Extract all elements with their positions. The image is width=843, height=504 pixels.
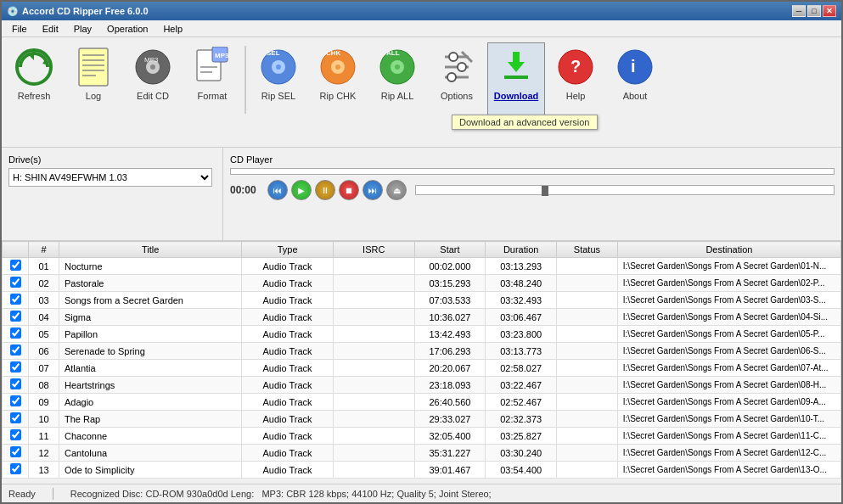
row-status-2 bbox=[557, 292, 618, 309]
toolbar-help-button[interactable]: ? Help bbox=[547, 42, 604, 119]
row-duration-4: 03:23.800 bbox=[486, 326, 557, 343]
row-isrc-5 bbox=[333, 343, 414, 360]
row-start-6: 20:20.067 bbox=[414, 360, 486, 377]
row-status-1 bbox=[557, 275, 618, 292]
row-check-4[interactable] bbox=[3, 326, 29, 343]
row-title-5: Serenade to Spring bbox=[59, 343, 241, 360]
app-icon: 💿 bbox=[7, 6, 19, 17]
row-type-2: Audio Track bbox=[242, 292, 334, 309]
track-checkbox-7[interactable] bbox=[10, 378, 21, 389]
menu-operation[interactable]: Operation bbox=[100, 22, 155, 36]
track-checkbox-4[interactable] bbox=[10, 328, 21, 339]
col-header-num: # bbox=[29, 242, 59, 258]
track-checkbox-12[interactable] bbox=[10, 463, 21, 474]
row-check-10[interactable] bbox=[3, 428, 29, 445]
col-header-status: Status bbox=[557, 242, 618, 258]
row-check-6[interactable] bbox=[3, 360, 29, 377]
col-header-duration: Duration bbox=[486, 242, 557, 258]
row-title-12: Ode to Simplicity bbox=[59, 462, 241, 479]
svg-text:?: ? bbox=[570, 57, 581, 76]
toolbar-format-button[interactable]: MP3 Format bbox=[183, 42, 241, 119]
table-row: 13 Ode to Simplicity Audio Track 39:01.4… bbox=[3, 462, 841, 479]
maximize-button[interactable]: □ bbox=[807, 5, 821, 17]
toolbar-editcd-button[interactable]: MP3 Edit CD bbox=[124, 42, 182, 119]
row-duration-7: 03:22.467 bbox=[486, 377, 557, 394]
row-check-5[interactable] bbox=[3, 343, 29, 360]
row-dest-3: I:\Secret Garden\Songs From A Secret Gar… bbox=[617, 309, 840, 326]
volume-slider[interactable] bbox=[415, 185, 835, 195]
track-checkbox-6[interactable] bbox=[10, 361, 21, 372]
ripsel-label: Rip SEL bbox=[261, 91, 295, 101]
toolbar-ripall-button[interactable]: ALL Rip ALL bbox=[368, 42, 426, 119]
row-dest-6: I:\Secret Garden\Songs From A Secret Gar… bbox=[617, 360, 840, 377]
row-duration-2: 03:32.493 bbox=[486, 292, 557, 309]
play-button[interactable]: ▶ bbox=[291, 180, 312, 200]
track-checkbox-9[interactable] bbox=[10, 412, 21, 423]
table-row: 04 Sigma Audio Track 10:36.027 03:06.467… bbox=[3, 309, 841, 326]
toolbar-ripsel-button[interactable]: SEL Rip SEL bbox=[250, 42, 307, 119]
drive-select[interactable]: H: SHIN AV49EFWHM 1.03 bbox=[8, 168, 212, 187]
fast-forward-button[interactable]: ⏭ bbox=[362, 180, 383, 200]
col-header-type: Type bbox=[242, 242, 334, 258]
track-checkbox-10[interactable] bbox=[10, 429, 21, 440]
close-button[interactable]: ✕ bbox=[823, 5, 836, 17]
row-type-3: Audio Track bbox=[242, 309, 334, 326]
row-check-11[interactable] bbox=[3, 445, 29, 462]
track-checkbox-1[interactable] bbox=[10, 277, 21, 288]
minimize-button[interactable]: ─ bbox=[792, 5, 806, 17]
svg-point-9 bbox=[150, 64, 155, 70]
track-tbody: 01 Nocturne Audio Track 00:02.000 03:13.… bbox=[3, 258, 841, 479]
title-bar-controls: ─ □ ✕ bbox=[792, 5, 836, 17]
menu-help[interactable]: Help bbox=[156, 22, 189, 36]
refresh-icon bbox=[14, 47, 54, 87]
rewind-button[interactable]: ⏮ bbox=[267, 180, 288, 200]
svg-text:i: i bbox=[631, 57, 636, 76]
track-checkbox-0[interactable] bbox=[10, 260, 21, 271]
row-check-8[interactable] bbox=[3, 394, 29, 411]
table-row: 06 Serenade to Spring Audio Track 17:06.… bbox=[3, 343, 841, 360]
row-check-9[interactable] bbox=[3, 411, 29, 428]
toolbar-log-button[interactable]: Log bbox=[65, 42, 122, 119]
track-table-container: # Title Type ISRC Start Duration Status … bbox=[2, 241, 841, 502]
svg-marker-36 bbox=[508, 52, 525, 72]
toolbar-refresh-button[interactable]: Refresh bbox=[5, 42, 63, 119]
row-dest-7: I:\Secret Garden\Songs From A Secret Gar… bbox=[617, 377, 840, 394]
volume-thumb bbox=[542, 186, 548, 196]
row-duration-12: 03:54.400 bbox=[486, 462, 557, 479]
toolbar: Refresh Log bbox=[2, 37, 841, 148]
track-checkbox-8[interactable] bbox=[10, 395, 21, 406]
pause-button[interactable]: ⏸ bbox=[315, 180, 335, 200]
row-dest-12: I:\Secret Garden\Songs From A Secret Gar… bbox=[617, 462, 840, 479]
toolbar-download-button[interactable]: Download bbox=[487, 42, 545, 119]
track-checkbox-5[interactable] bbox=[10, 344, 21, 356]
row-isrc-8 bbox=[333, 394, 414, 411]
track-checkbox-2[interactable] bbox=[10, 294, 21, 305]
stop-button[interactable]: ⏹ bbox=[339, 180, 359, 200]
menu-file[interactable]: File bbox=[5, 22, 34, 36]
toolbar-ripchk-button[interactable]: CHK Rip CHK bbox=[309, 42, 367, 119]
toolbar-options-button[interactable]: Options bbox=[428, 42, 486, 119]
row-title-3: Sigma bbox=[59, 309, 241, 326]
row-status-8 bbox=[557, 394, 618, 411]
track-checkbox-11[interactable] bbox=[10, 446, 21, 457]
row-check-7[interactable] bbox=[3, 377, 29, 394]
row-isrc-11 bbox=[333, 445, 414, 462]
row-start-9: 29:33.027 bbox=[414, 411, 486, 428]
menu-edit[interactable]: Edit bbox=[36, 22, 65, 36]
row-check-12[interactable] bbox=[3, 462, 29, 479]
table-row: 02 Pastorale Audio Track 03:15.293 03:48… bbox=[3, 275, 841, 292]
drives-label: Drive(s) bbox=[8, 154, 216, 165]
row-start-4: 13:42.493 bbox=[414, 326, 486, 343]
row-isrc-12 bbox=[333, 462, 414, 479]
menu-play[interactable]: Play bbox=[67, 22, 98, 36]
row-check-2[interactable] bbox=[3, 292, 29, 309]
row-type-10: Audio Track bbox=[242, 428, 334, 445]
cd-player-progress[interactable] bbox=[230, 168, 835, 175]
track-checkbox-3[interactable] bbox=[10, 311, 21, 322]
track-table-scroll[interactable]: # Title Type ISRC Start Duration Status … bbox=[2, 241, 841, 502]
row-check-3[interactable] bbox=[3, 309, 29, 326]
row-check-0[interactable] bbox=[3, 258, 29, 275]
row-check-1[interactable] bbox=[3, 275, 29, 292]
eject-button[interactable]: ⏏ bbox=[386, 180, 407, 200]
toolbar-about-button[interactable]: i About bbox=[606, 42, 664, 119]
